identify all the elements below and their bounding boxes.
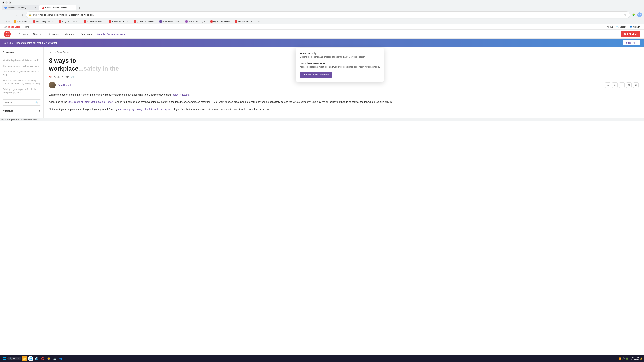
reload-button[interactable]: ↻: [14, 12, 19, 17]
apps-icon: ⠿: [3, 20, 5, 23]
nav-partner-network[interactable]: Join the Partner Network: [94, 30, 128, 38]
dropdown-consultant-desc: Access educational resources and worksho…: [300, 65, 380, 68]
contents-list: What is Psychological Safety at work? Th…: [3, 57, 41, 95]
address-bar[interactable]: 🔒 predictiveindex.com/blog/psychological…: [26, 11, 630, 18]
about-link[interactable]: About: [607, 26, 613, 28]
search-link[interactable]: 🔍 Search: [616, 26, 626, 28]
contents-item-what-is[interactable]: What is Psychological Safety at work?: [3, 57, 41, 63]
home-button[interactable]: ⌂: [20, 12, 25, 17]
talk-to-sales-label: Talk to Sales: [8, 26, 20, 28]
browser-chrome: ✕ — □ G psychological safety - Google...…: [0, 0, 644, 24]
sidebar-search-input[interactable]: [5, 101, 34, 104]
status-url: https://www.predictiveindex.com/consulta…: [1, 119, 38, 121]
bookmark-interstellar[interactable]: interstellar movie -...: [234, 20, 256, 23]
window-maximize-button[interactable]: □: [9, 1, 11, 4]
measuring-link[interactable]: measuring psychological safety in the wo…: [118, 108, 172, 111]
keras-favicon: [33, 20, 36, 23]
tabs-bar: G psychological safety - Google... ✕ PI …: [0, 5, 644, 10]
browser-tab-1[interactable]: G psychological safety - Google... ✕: [2, 5, 39, 10]
jupyter-favicon: [186, 20, 188, 23]
article-paragraph-3: Not sure if your employees feel psycholo…: [49, 107, 639, 111]
main-nav: THE PREDICTIVE INDEX Products Science HR…: [0, 30, 644, 38]
contents-item-how-to[interactable]: How to create psychological safety at wo…: [3, 69, 41, 78]
nci-favicon: [160, 20, 162, 23]
bookmark-semantic[interactable]: (1) 228 - Semantic s...: [133, 20, 157, 23]
nav-hr-leaders[interactable]: HR Leaders: [44, 30, 62, 38]
plans-link[interactable]: Plans: [24, 26, 29, 28]
bookmark-apps-label: Apps: [6, 21, 10, 23]
article-date: October 8, 2019: [54, 76, 69, 78]
dropdown-join-cta[interactable]: Join the Partner Network: [300, 72, 332, 78]
profile-button[interactable]: AJS: [637, 12, 642, 17]
chat-icon: 💬: [4, 26, 7, 28]
bookmark-star-button[interactable]: ☆: [623, 12, 628, 17]
back-button[interactable]: ←: [2, 12, 7, 17]
tab-2-title: 8 ways to create psychological...: [45, 6, 70, 9]
bookmarks-more-button[interactable]: »: [258, 20, 260, 23]
contents-item-building[interactable]: Building psychological safety in the wor…: [3, 86, 41, 95]
browser-tab-2[interactable]: PI 8 ways to create psychological... ✕: [39, 5, 76, 10]
breadcrumb-home[interactable]: Home: [49, 51, 54, 53]
logo-circle: THE PREDICTIVE INDEX: [4, 31, 11, 37]
nav-products[interactable]: Products: [16, 30, 30, 38]
para-1-text: What's the secret behind high-performing…: [49, 93, 172, 96]
bookmark-jupyter[interactable]: How to Run Jupyter...: [184, 20, 208, 23]
audience-section[interactable]: Audience ▼: [3, 109, 41, 113]
bookmark-interstellar-label: interstellar movie -...: [238, 21, 255, 23]
contents-item-pi-help[interactable]: How The Predictive Index can help create…: [3, 78, 41, 86]
dropdown-consultant-resources: Consultant resources Access educational …: [300, 62, 380, 68]
bookmark-keras[interactable]: Keras ImageDataGe...: [32, 20, 56, 23]
bookmark-collect[interactable]: 1. How to collect Im...: [82, 20, 106, 23]
para-2-prefix: According to the: [49, 100, 68, 103]
bookmark-image-class-label: Image classification...: [62, 21, 80, 23]
share-copy-icon[interactable]: ⧉: [633, 82, 639, 88]
newsletter-text: Join 150k+ leaders reading our Monthly N…: [4, 41, 58, 44]
author-name[interactable]: Greg Barnett: [57, 84, 71, 86]
nav-resources[interactable]: Resources: [78, 30, 94, 38]
share-facebook-icon[interactable]: f: [619, 82, 624, 88]
para-3-prefix: Not sure if your employees feel psycholo…: [49, 108, 118, 111]
contents-item-importance[interactable]: The importance of psychological safety: [3, 63, 41, 69]
forward-button[interactable]: →: [8, 12, 13, 17]
extensions-button[interactable]: 🧩: [631, 12, 636, 17]
author-avatar: [49, 82, 56, 88]
breadcrumb-category[interactable]: Employee...: [63, 51, 74, 53]
bookmark-apps[interactable]: ⠿ Apps: [2, 20, 12, 23]
sign-in-button[interactable]: 👤 Sign in: [630, 26, 640, 28]
sidebar: Contents What is Psychological Safety at…: [0, 47, 44, 118]
subscribe-button[interactable]: Subscribe: [623, 40, 640, 45]
bookmark-multiclass[interactable]: (5) 208 - Multiclass...: [209, 20, 232, 23]
nav-science[interactable]: Science: [30, 30, 44, 38]
sidebar-search-icon[interactable]: 🔍: [35, 101, 38, 104]
bookmark-nci[interactable]: NCI Courses - H9PR...: [158, 20, 183, 23]
share-email-icon[interactable]: ✉: [626, 82, 632, 88]
title-bar: ✕ — □: [0, 0, 644, 5]
window-minimize-button[interactable]: —: [5, 1, 8, 4]
image-class-favicon: [59, 20, 61, 23]
talent-report-link[interactable]: 2022 State of Talent Optimization Report: [68, 100, 113, 103]
site-logo[interactable]: THE PREDICTIVE INDEX: [4, 31, 11, 37]
bookmark-python[interactable]: Python Tutorial: [12, 20, 31, 23]
window-close-button[interactable]: ✕: [2, 1, 4, 4]
get-started-button[interactable]: Get Started: [621, 31, 640, 37]
tab-1-close[interactable]: ✕: [34, 6, 36, 9]
bookmark-image-class[interactable]: Image classification...: [58, 20, 82, 23]
project-aristotle-link[interactable]: Project Aristotle.: [172, 93, 190, 96]
talk-to-sales-link[interactable]: 💬 Talk to Sales Plans: [4, 26, 29, 28]
utility-right: About 🔍 Search 👤 Sign in: [607, 26, 640, 28]
sidebar-search-box[interactable]: 🔍: [3, 99, 41, 106]
address-bar-row: ← → ↻ ⌂ 🔒 predictiveindex.com/blog/psych…: [0, 10, 644, 19]
tab-2-close[interactable]: ✕: [71, 6, 74, 9]
nav-items: Products Science HR Leaders Managers Res…: [16, 30, 621, 38]
new-tab-button[interactable]: +: [77, 6, 82, 10]
nav-managers[interactable]: Managers: [62, 30, 78, 38]
bookmark-scraping[interactable]: 8. Scraping Product...: [108, 20, 132, 23]
share-icons: in 𝕏 f ✉ ⧉: [605, 82, 639, 88]
breadcrumb-blog[interactable]: Blog: [56, 51, 60, 53]
search-utility-icon: 🔍: [616, 26, 619, 28]
dropdown-pi-partnership: PI Partnership Explore the benefits and …: [300, 52, 380, 58]
logo-line3: INDEX: [4, 34, 10, 36]
share-twitter-icon[interactable]: 𝕏: [612, 82, 618, 88]
share-linkedin-icon[interactable]: in: [605, 82, 610, 88]
collect-favicon: [84, 20, 86, 23]
